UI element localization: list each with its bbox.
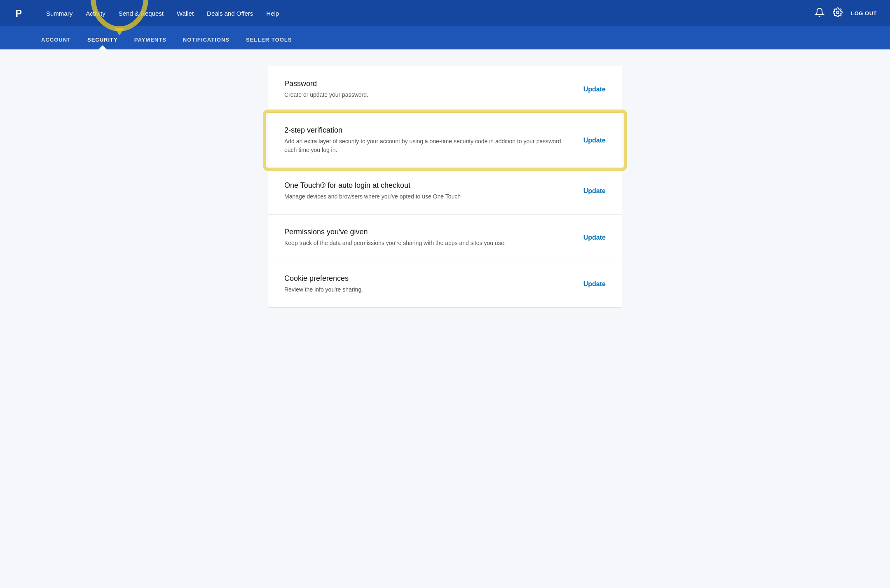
nav-help[interactable]: Help [261, 7, 284, 20]
password-description: Create or update your password. [284, 91, 368, 99]
logout-button[interactable]: LOG OUT [851, 10, 877, 16]
cookie-update-button[interactable]: Update [583, 280, 606, 288]
sub-navigation: ACCOUNT SECURITY PAYMENTS NOTIFICATIONS … [0, 26, 890, 49]
notifications-icon[interactable] [815, 7, 824, 19]
main-content: Password Create or update your password.… [260, 49, 630, 324]
cookie-title: Cookie preferences [284, 274, 363, 283]
password-title: Password [284, 79, 368, 88]
nav-send-request[interactable]: Send & Request [114, 7, 169, 20]
subnav-security[interactable]: SECURITY [79, 30, 126, 49]
sub-nav-wrapper: ACCOUNT SECURITY PAYMENTS NOTIFICATIONS … [0, 26, 890, 49]
one-touch-text-block: One Touch® for auto login at checkout Ma… [284, 181, 461, 201]
security-item-permissions: Permissions you've given Keep track of t… [268, 215, 622, 261]
permissions-title: Permissions you've given [284, 228, 506, 236]
svg-point-2 [836, 11, 839, 14]
settings-icon[interactable] [833, 7, 843, 19]
subnav-account[interactable]: ACCOUNT [33, 30, 79, 49]
permissions-description: Keep track of the data and permissions y… [284, 239, 506, 247]
permissions-text-block: Permissions you've given Keep track of t… [284, 228, 506, 247]
top-navigation: P Summary Activity Send & Request Wallet… [0, 0, 890, 26]
security-item-password: Password Create or update your password.… [268, 66, 622, 113]
two-step-description: Add an extra layer of security to your a… [284, 137, 564, 154]
nav-right-actions: LOG OUT [815, 7, 877, 19]
nav-summary[interactable]: Summary [41, 7, 77, 20]
security-item-cookie: Cookie preferences Review the info you'r… [268, 261, 622, 308]
cookie-text-block: Cookie preferences Review the info you'r… [284, 274, 363, 294]
nav-wallet[interactable]: Wallet [172, 7, 199, 20]
two-step-update-button[interactable]: Update [583, 137, 606, 144]
one-touch-title: One Touch® for auto login at checkout [284, 181, 461, 190]
nav-activity[interactable]: Activity [81, 7, 110, 20]
cookie-description: Review the info you're sharing. [284, 285, 363, 294]
permissions-update-button[interactable]: Update [583, 234, 606, 241]
main-nav-links: Summary Activity Send & Request Wallet D… [41, 7, 815, 20]
security-item-one-touch: One Touch® for auto login at checkout Ma… [268, 168, 622, 215]
nav-deals[interactable]: Deals and Offers [202, 7, 258, 20]
paypal-logo[interactable]: P [13, 6, 28, 21]
password-update-button[interactable]: Update [583, 86, 606, 93]
two-step-title: 2-step verification [284, 126, 564, 135]
subnav-notifications[interactable]: NOTIFICATIONS [175, 30, 238, 49]
two-step-text-block: 2-step verification Add an extra layer o… [284, 126, 564, 154]
password-text-block: Password Create or update your password. [284, 79, 368, 99]
subnav-payments[interactable]: PAYMENTS [126, 30, 175, 49]
security-item-two-step: 2-step verification Add an extra layer o… [268, 113, 622, 168]
subnav-seller-tools[interactable]: SELLER TOOLS [238, 30, 300, 49]
one-touch-update-button[interactable]: Update [583, 187, 606, 195]
one-touch-description: Manage devices and browsers where you've… [284, 192, 461, 201]
svg-text:P: P [15, 8, 22, 19]
